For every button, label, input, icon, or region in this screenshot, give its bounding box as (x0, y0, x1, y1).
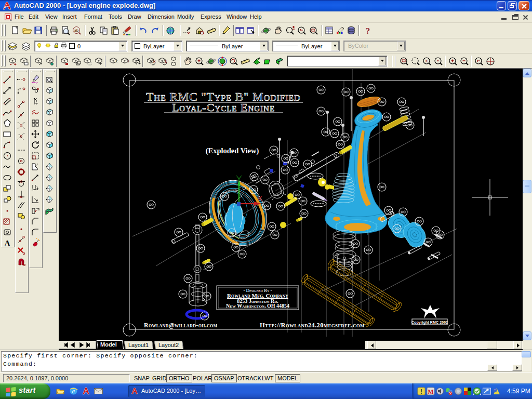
svg-text:3: 3 (127, 59, 129, 63)
svg-text:New Washington, OH 44854: New Washington, OH 44854 (226, 303, 289, 309)
svg-text:Z: Z (115, 59, 118, 63)
svg-text:!: ! (420, 388, 422, 395)
svg-text:X: X (425, 59, 428, 63)
svg-text:Loyal-Cycle Engine: Loyal-Cycle Engine (172, 101, 275, 114)
svg-text:3: 3 (165, 60, 167, 63)
svg-text:ab: ab (74, 29, 78, 32)
svg-text:X: X (153, 60, 156, 63)
svg-text:M: M (428, 388, 433, 395)
svg-text:Http://Rowland24.20megsfree.co: Http://Rowland24.20megsfree.com (260, 322, 365, 329)
svg-text:?: ? (366, 26, 370, 36)
svg-text:A: A (4, 239, 10, 248)
svg-text:Copyright RMC 2002: Copyright RMC 2002 (411, 321, 448, 325)
svg-text:(Exploded View): (Exploded View) (206, 147, 259, 155)
svg-text:Rowland@willard-oh.com: Rowland@willard-oh.com (144, 322, 218, 329)
